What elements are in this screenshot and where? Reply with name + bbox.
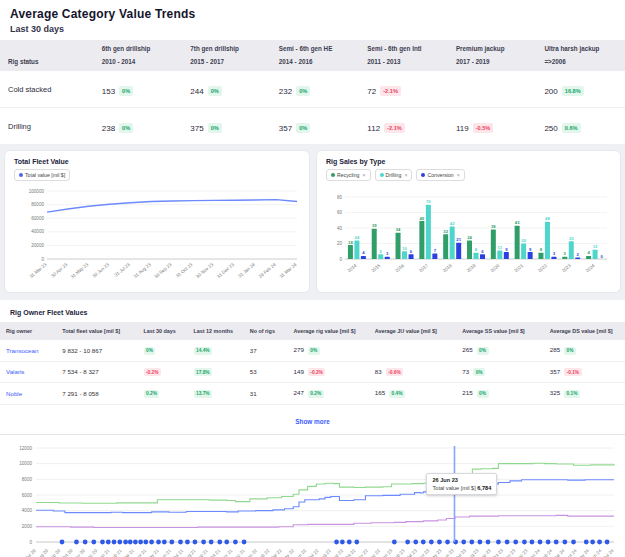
owner-link[interactable]: Valaris: [6, 368, 24, 375]
fleet-value-cell: 7 291 - 8 058: [56, 383, 137, 405]
change-badge: 13.7%: [194, 390, 213, 398]
cell-value: 119: [456, 124, 469, 133]
total-fleet-value-title: Total Fleet Value: [14, 158, 305, 165]
last30-cell: 0.2%: [138, 383, 188, 405]
rig-sales-legend: Recycling×Drilling×Conversion×: [326, 169, 616, 181]
col-name: 7th gen drillship: [190, 45, 263, 52]
avg-value: 265: [462, 346, 472, 353]
category-table-header-row: Rig status6th gen drillship2010 - 20147t…: [0, 40, 625, 71]
col-name: Premium jackup: [456, 45, 529, 52]
owner-col-header: Average JU value [mil $]: [369, 322, 457, 340]
event-dot: [546, 539, 551, 544]
event-dot: [83, 539, 88, 544]
page-subtitle: Last 30 days: [10, 24, 615, 34]
svg-text:0: 0: [41, 257, 44, 262]
svg-text:2020: 2020: [489, 263, 500, 274]
event-dot: [584, 539, 589, 544]
category-cell: 20016.8%: [536, 71, 625, 108]
category-cell: 119-0.5%: [448, 108, 537, 145]
svg-text:31 Oct 23: 31 Oct 23: [175, 262, 194, 279]
cell-value: 238: [102, 124, 115, 133]
svg-text:7: 7: [434, 248, 437, 253]
event-dot: [217, 539, 222, 544]
event-dot: [156, 539, 161, 544]
rig-sales-title: Rig Sales by Type: [326, 158, 616, 165]
show-more-link[interactable]: Show more: [295, 418, 329, 425]
event-dot: [496, 539, 501, 544]
event-dot: [392, 539, 397, 544]
svg-text:48: 48: [545, 216, 550, 221]
total-fleet-value-chart[interactable]: 02000040000600008000010000031 Mar 2330 A…: [9, 183, 305, 286]
tooltip-value: 6,784: [477, 485, 491, 491]
col-header: Premium jackup2017 - 2019: [448, 40, 537, 71]
event-dot: [605, 539, 610, 544]
col-header-rig-status: Rig status: [0, 40, 94, 71]
avg-ju-cell: [369, 340, 457, 361]
legend-remove-icon[interactable]: ×: [457, 172, 460, 178]
change-badge: -0.6%: [386, 368, 404, 376]
event-dot: [193, 539, 198, 544]
owner-cell: Noble: [0, 383, 56, 405]
bar-recycling: [419, 221, 424, 259]
event-dot: [334, 539, 339, 544]
category-cell: 3570%: [271, 108, 360, 145]
legend-chip[interactable]: Total value [mil $]: [14, 169, 70, 181]
event-dot: [138, 539, 143, 544]
category-row: Cold stacked1530%2440%2320%72-2.1%20016.…: [0, 71, 625, 108]
avg-ss-cell: 2650%: [456, 340, 544, 361]
change-badge: -0.5%: [473, 123, 494, 133]
legend-chip[interactable]: Drilling×: [375, 169, 413, 181]
owner-col-header: Average DS value [mil $]: [544, 322, 625, 340]
avg-ds-cell: 357-0.1%: [544, 361, 625, 383]
svg-text:4: 4: [362, 250, 365, 255]
change-badge: 0.1%: [564, 390, 580, 398]
svg-text:6: 6: [410, 249, 413, 254]
change-badge: 0.2%: [308, 390, 324, 398]
col-years: 2014 - 2016: [279, 58, 352, 65]
avg-value: 357: [550, 368, 560, 375]
last12-cell: 17.8%: [188, 361, 244, 383]
event-dot: [91, 539, 96, 544]
event-dot: [513, 539, 518, 544]
col-name: 6th gen drillship: [102, 45, 175, 52]
bar-conversion: [528, 252, 533, 259]
owner-link[interactable]: Transocean: [6, 347, 38, 354]
cell-value: 244: [190, 87, 203, 96]
event-dot: [486, 539, 491, 544]
event-dot: [347, 539, 352, 544]
owner-cell: Valaris: [0, 361, 56, 383]
bar-drilling: [450, 226, 455, 259]
fleet-trend-chart[interactable]: 02000400060008000100001200019 Jul 2019 A…: [2, 438, 623, 557]
legend-chip[interactable]: Conversion×: [416, 169, 464, 181]
rigs-cell: 53: [244, 361, 288, 383]
bar-conversion: [504, 252, 509, 259]
event-dot: [143, 539, 148, 544]
legend-remove-icon[interactable]: ×: [404, 172, 407, 178]
svg-text:31 Mar 23: 31 Mar 23: [29, 262, 48, 279]
total-fleet-value-card: Total Fleet Value Total value [mil $] 02…: [4, 150, 310, 293]
avg-ds-cell: 2850%: [544, 340, 625, 361]
rig-sales-card: Rig Sales by Type Recycling×Drilling×Con…: [316, 150, 621, 293]
avg-value: 247: [294, 389, 304, 396]
svg-text:12000: 12000: [19, 445, 32, 450]
avg-ju-cell: 1650.4%: [369, 383, 457, 405]
legend-remove-icon[interactable]: ×: [363, 172, 366, 178]
svg-text:49: 49: [420, 216, 425, 221]
fleet-value-cell: 9 832 - 10 867: [56, 340, 137, 361]
owner-table-title: Rig Owner Fleet Values: [10, 309, 625, 316]
event-dot: [405, 539, 410, 544]
event-dot: [554, 539, 559, 544]
svg-text:60000: 60000: [31, 216, 44, 221]
svg-text:2014: 2014: [346, 263, 357, 274]
rig-sales-chart[interactable]: 0204060802014182442015396320163410620174…: [321, 183, 613, 286]
series-fleet-purple: [36, 515, 614, 527]
legend-chip[interactable]: Recycling×: [326, 169, 371, 181]
bar-recycling: [396, 233, 401, 259]
event-dot: [478, 539, 483, 544]
change-badge: 0.4%: [389, 390, 405, 398]
owner-link[interactable]: Noble: [6, 390, 22, 397]
bar-recycling: [515, 226, 520, 259]
category-cell: 3750%: [182, 108, 271, 145]
event-dot: [169, 539, 174, 544]
owner-col-header: Total fleet value [mil $]: [56, 322, 137, 340]
